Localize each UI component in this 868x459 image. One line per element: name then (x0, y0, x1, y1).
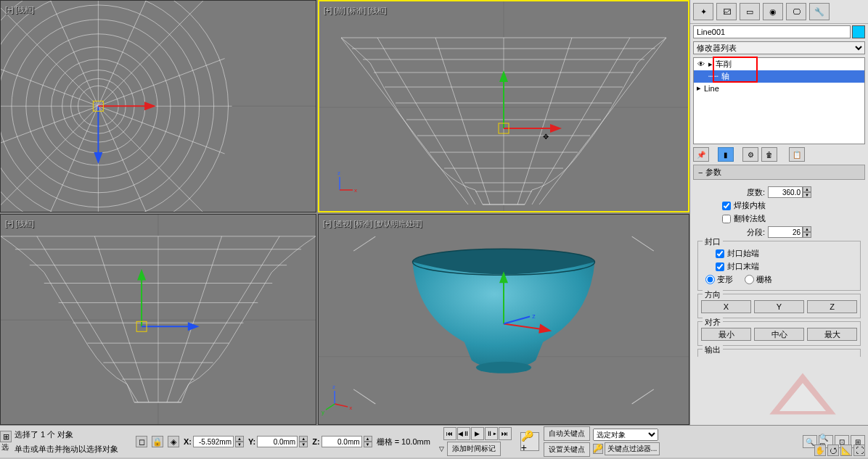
segments-down-icon[interactable]: ▼ (803, 232, 811, 238)
x-coord-input[interactable] (193, 436, 234, 447)
segments-up-icon[interactable]: ▲ (803, 226, 811, 232)
viewport-left[interactable]: [+] [线框] (0, 214, 316, 425)
visibility-icon[interactable]: 👁 (697, 60, 705, 69)
viewport-top[interactable]: [+] [线框] (0, 0, 316, 212)
svg-line-30 (435, 38, 490, 204)
modify-tab-icon[interactable]: 🗠 (716, 3, 737, 20)
create-tab-icon[interactable]: ✦ (693, 3, 713, 20)
cap-start-checkbox[interactable] (716, 249, 724, 258)
key-filter-button[interactable]: 关键点过滤器... (605, 442, 660, 455)
left-prefix: 选 (0, 442, 12, 452)
grid-label: 栅格 (756, 274, 772, 285)
front-wireframe-icon: ✥ z x (319, 1, 688, 212)
key-target-dropdown[interactable]: 选定对象 (593, 429, 658, 441)
align-max-button[interactable]: 最大 (807, 328, 857, 341)
z-label: Z: (312, 437, 319, 446)
segments-input[interactable] (768, 226, 803, 238)
show-end-result-icon[interactable]: ▮ (718, 147, 734, 162)
modifier-stack[interactable]: 👁 ▸ 车削 ┈┈轴 ▸Line (693, 57, 865, 144)
motion-tab-icon[interactable]: ◉ (763, 3, 783, 20)
align-min-button[interactable]: 最小 (701, 328, 751, 341)
align-center-button[interactable]: 中心 (754, 328, 804, 341)
y-coord-input[interactable] (257, 436, 298, 447)
viewport-perspective[interactable]: [+] [透视] [标准] [默认明暗处理] (318, 214, 689, 425)
lock-icon[interactable]: 🔒 (152, 436, 163, 447)
params-rollout-body: 度数: ▲▼ 焊接内核 翻转法线 分段: ▲▼ 封口 封口始端 封口末端 变形 … (690, 181, 868, 363)
direction-y-button[interactable]: Y (754, 300, 804, 313)
watermark-icon (759, 365, 846, 423)
z-coord-input[interactable] (322, 436, 362, 447)
persp-render-icon: z z x y (319, 215, 689, 425)
weld-core-label: 焊接内核 (734, 200, 766, 211)
pan-icon[interactable]: ✋ (814, 444, 826, 456)
svg-marker-21 (94, 152, 102, 164)
grid-radio[interactable] (745, 275, 754, 284)
x-label: X: (184, 437, 192, 446)
degrees-label: 度数: (747, 187, 765, 198)
selection-lock-icon[interactable]: ◻ (136, 436, 147, 447)
weld-core-checkbox[interactable] (722, 202, 731, 210)
stack-item-line[interactable]: ▸Line (694, 83, 864, 94)
object-name-input[interactable] (693, 25, 851, 38)
svg-text:x: x (349, 405, 352, 411)
svg-line-69 (335, 404, 348, 407)
svg-marker-52 (137, 269, 146, 281)
svg-marker-54 (188, 322, 200, 331)
morph-radio[interactable] (705, 275, 715, 284)
svg-text:z: z (332, 384, 335, 390)
svg-text:z: z (337, 170, 340, 176)
flip-normals-checkbox[interactable] (722, 215, 731, 223)
fov-icon[interactable]: 📐 (840, 444, 852, 456)
cap-end-label: 封口末端 (727, 261, 759, 272)
viewport-top-label: [+] [线框] (5, 5, 34, 15)
status-bar: ⊞ 选 选择了 1 个 对象 单击或单击并拖动以选择对象 ◻ 🔒 ◈ X:▲▼ … (0, 425, 868, 458)
y-label: Y: (248, 437, 255, 446)
svg-text:x: x (354, 187, 357, 194)
orbit-icon[interactable]: ⭯ (827, 444, 839, 456)
play-icon[interactable]: ▶ (471, 427, 484, 440)
next-frame-icon[interactable]: ⏸▶ (485, 427, 498, 440)
modifier-list-dropdown[interactable]: 修改器列表 (693, 41, 865, 54)
auto-key-button[interactable]: 自动关键点 (544, 426, 590, 441)
svg-line-28 (377, 38, 475, 204)
pin-stack-icon[interactable]: 📌 (693, 147, 709, 162)
degrees-down-icon[interactable]: ▼ (803, 192, 811, 198)
maximize-viewport-icon[interactable]: ⛶ (853, 444, 865, 456)
set-key-icon[interactable]: 🔑+ (520, 432, 539, 451)
viewport-front[interactable]: [+] [前] [标准] [线框] (318, 0, 689, 212)
timeline-config-icon[interactable]: ⊞ (0, 431, 12, 442)
direction-z-button[interactable]: Z (807, 300, 857, 313)
cap-end-checkbox[interactable] (716, 262, 724, 271)
goto-start-icon[interactable]: ⏮ (443, 427, 456, 440)
stack-item-lathe[interactable]: 👁 ▸ 车削 (694, 58, 864, 70)
add-time-tag-button[interactable]: 添加时间标记 (447, 442, 501, 456)
svg-line-33 (539, 38, 666, 204)
degrees-up-icon[interactable]: ▲ (803, 186, 811, 192)
svg-marker-35 (499, 70, 508, 82)
transform-type-icon[interactable]: ◈ (168, 436, 179, 447)
key-filter-icon[interactable]: 🔑 (593, 444, 603, 454)
output-group-title: 输出 (703, 344, 723, 355)
svg-marker-37 (550, 124, 562, 133)
direction-group-title: 方向 (703, 289, 723, 300)
utilities-tab-icon[interactable]: 🔧 (809, 3, 830, 20)
flip-normals-label: 翻转法线 (734, 213, 766, 224)
prev-frame-icon[interactable]: ◀⏸ (457, 427, 470, 440)
playback-controls: ⏮ ◀⏸ ▶ ⏸▶ ⏭ (443, 427, 512, 440)
hierarchy-tab-icon[interactable]: ▭ (740, 3, 760, 20)
direction-x-button[interactable]: X (701, 300, 751, 313)
make-unique-icon[interactable]: ⚙ (742, 147, 758, 162)
object-color-swatch[interactable] (852, 25, 865, 38)
grid-spacing: 栅格 = 10.0mm (377, 437, 430, 447)
display-tab-icon[interactable]: 🖵 (786, 3, 806, 20)
svg-marker-74 (779, 383, 826, 411)
remove-modifier-icon[interactable]: 🗑 (761, 147, 777, 162)
align-group-title: 对齐 (703, 317, 723, 328)
params-rollout-header[interactable]: −参数 (693, 165, 865, 180)
degrees-input[interactable] (768, 186, 803, 198)
command-panel: ✦ 🗠 ▭ ◉ 🖵 🔧 修改器列表 👁 ▸ 车削 ┈┈轴 (689, 0, 868, 425)
configure-sets-icon[interactable]: 📋 (789, 147, 805, 162)
svg-line-50 (167, 236, 222, 402)
goto-end-icon[interactable]: ⏭ (499, 427, 512, 440)
set-key-button[interactable]: 设置关键点 (544, 442, 590, 457)
